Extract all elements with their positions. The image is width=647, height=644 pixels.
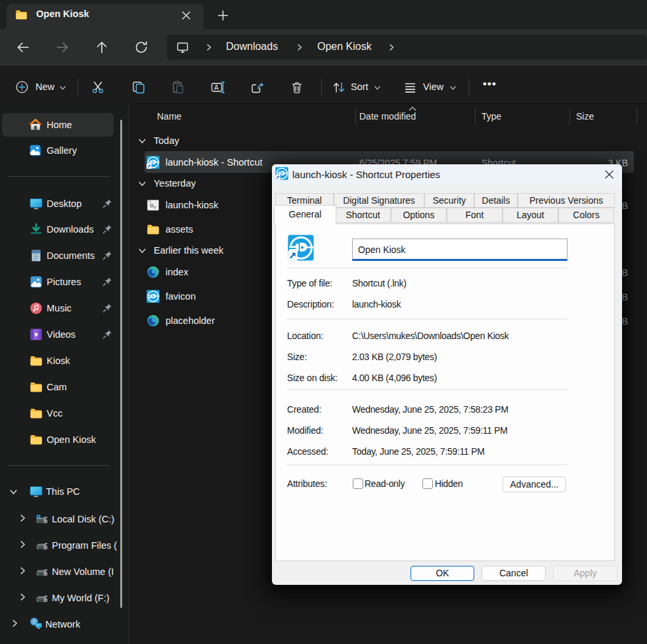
svg-text:A: A — [214, 84, 219, 91]
